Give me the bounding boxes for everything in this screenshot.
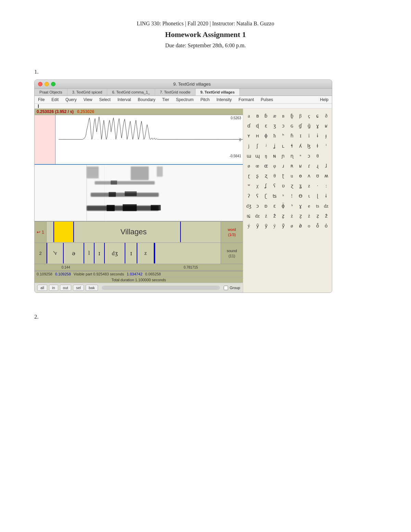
ipa-theta[interactable]: θ	[314, 151, 322, 161]
ipa-ts2[interactable]: ts	[314, 201, 322, 211]
close-button[interactable]	[38, 82, 42, 86]
menu-pulses[interactable]: Pulses	[257, 96, 276, 103]
ipa-g-imp[interactable]: ɠ	[297, 121, 304, 131]
ipa-h-pharyn[interactable]: ħ	[271, 131, 278, 140]
ipa-B2[interactable]: в	[279, 111, 287, 121]
ipa-y-macron2[interactable]: ȳ̃	[279, 221, 287, 231]
tier1-content[interactable]: Villages	[47, 222, 221, 242]
ipa-j-curl[interactable]: ʝ	[271, 141, 278, 151]
btn-bak[interactable]: bak	[86, 285, 98, 291]
ipa-e-rev[interactable]: ɛ	[271, 201, 278, 211]
ipa-R2[interactable]: ʀ	[288, 161, 296, 171]
menu-interval[interactable]: Interval	[114, 96, 134, 103]
ipa-c-curl[interactable]: ɕ	[314, 111, 322, 121]
tier2-cell-1[interactable]: ə	[64, 243, 84, 263]
ipa-o-open[interactable]: ɔ	[305, 151, 313, 161]
tier2-cell-5[interactable]: ɪ	[125, 243, 137, 263]
menu-select[interactable]: Select	[96, 96, 114, 103]
ipa-phi2[interactable]: φ	[271, 161, 278, 171]
tab-textgrid-comma[interactable]: 6. TextGrid comma_1_	[107, 89, 155, 96]
tab-textgrid-spiced[interactable]: 3. TextGrid spiced	[67, 89, 108, 96]
tier2-content[interactable]: 'v ə l ɪ dʒ ɪ z	[47, 243, 221, 263]
ipa-z-dot3[interactable]: ż	[305, 211, 313, 221]
tier2-cell-6[interactable]: z	[137, 243, 154, 263]
ipa-l-palat[interactable]: ʎ	[297, 141, 304, 151]
ipa-n-palat[interactable]: ɲ	[279, 151, 287, 161]
ipa-dz4[interactable]: dz	[253, 211, 261, 221]
tier2-cell-4[interactable]: dʒ	[105, 243, 125, 263]
ipa-l-vert[interactable]: ɩ	[305, 191, 313, 201]
ipa-i-bar[interactable]: ɨ	[314, 131, 322, 140]
menu-view[interactable]: View	[80, 96, 96, 103]
ipa-phi[interactable]: ɸ	[262, 131, 270, 140]
group-checkbox[interactable]	[224, 286, 228, 290]
ipa-l-ezh[interactable]: ɮ	[305, 141, 313, 151]
ipa-chi[interactable]: ʁ	[297, 161, 304, 171]
tier2-cell-3[interactable]: ɪ	[95, 243, 105, 263]
ipa-r-ret2[interactable]: ɽ	[245, 171, 253, 181]
ipa-y-macron[interactable]: ȳ	[262, 221, 270, 231]
menu-boundary[interactable]: Boundary	[134, 96, 159, 103]
ipa-esh[interactable]: ʃ	[253, 141, 261, 151]
ipa-j-bar[interactable]: ɟ	[322, 131, 330, 140]
ipa-o-vert[interactable]: o̍	[322, 221, 330, 231]
menu-formant[interactable]: Formant	[235, 96, 258, 103]
ipa-rev-glottal[interactable]: ʕ	[253, 191, 261, 201]
ipa-OE[interactable]: ɶ	[262, 161, 270, 171]
menu-intensity[interactable]: Intensity	[213, 96, 235, 103]
ipa-j[interactable]: j	[245, 141, 253, 151]
ipa-oe[interactable]: œ	[253, 161, 261, 171]
menu-query[interactable]: Query	[62, 96, 80, 103]
ipa-b-creak[interactable]: ɓ̰	[288, 111, 296, 121]
ipa-z[interactable]: z	[305, 181, 313, 190]
ipa-r-flap[interactable]: ɾ	[305, 161, 313, 171]
menu-pitch[interactable]: Pitch	[197, 96, 213, 103]
ipa-tc[interactable]: tɕ	[245, 211, 253, 221]
ipa-y-dier[interactable]: ÿ	[271, 221, 278, 231]
ipa-u[interactable]: u	[288, 171, 296, 181]
btn-sel[interactable]: sel	[73, 285, 84, 291]
ipa-d-ret[interactable]: ɖ	[253, 121, 261, 131]
ipa-turned-m[interactable]: ɯ	[245, 151, 253, 161]
scrollbar[interactable]	[102, 286, 220, 290]
ipa-l-imp[interactable]: ʆ	[262, 181, 270, 190]
ipa-dz2[interactable]: dʒ	[245, 201, 253, 211]
ipa-Y[interactable]: ʏ	[245, 131, 253, 140]
ipa-z-dot4[interactable]: ẓ	[314, 211, 322, 221]
ipa-eng[interactable]: ŋ	[262, 151, 270, 161]
btn-all[interactable]: all	[37, 285, 47, 291]
ipa-z-bar[interactable]: ẕ	[297, 211, 304, 221]
menu-help[interactable]: Help	[316, 96, 332, 103]
ipa-hj[interactable]: ɦ	[288, 131, 296, 140]
ipa-I[interactable]: ɪ	[297, 131, 304, 140]
ipa-n-sup[interactable]: ⁿ	[297, 151, 304, 161]
tab-textgrid-villages[interactable]: 9. TextGrid villages	[196, 89, 240, 96]
ipa-R-uvular[interactable]: ʁ	[322, 121, 330, 131]
ipa-o3[interactable]: o	[305, 221, 313, 231]
ipa-z-hat[interactable]: ẑ	[271, 211, 278, 221]
ipa-l-belt[interactable]: ɬ	[288, 141, 296, 151]
ipa-z-ret[interactable]: ʐ	[262, 171, 270, 181]
ipa-o-bar[interactable]: ɵ	[297, 171, 304, 181]
ipa-ezh[interactable]: ʒ	[271, 121, 278, 131]
menu-spectrum[interactable]: Spectrum	[173, 96, 197, 103]
ipa-click[interactable]: ʗ	[262, 191, 270, 201]
menu-tier[interactable]: Tier	[159, 96, 173, 103]
waveform-panel[interactable]: 0.5263 0 -0.5641	[35, 115, 243, 165]
ipa-dz3[interactable]: dz	[322, 201, 330, 211]
ipa-w-sup[interactable]: ʷ	[245, 181, 253, 190]
ipa-b-imp[interactable]: ɓ	[262, 111, 270, 121]
ipa-r-lat[interactable]: ɺ	[322, 161, 330, 171]
ipa-l-mid[interactable]: ɫ	[314, 141, 322, 151]
tier2-cell-2[interactable]: l	[84, 243, 95, 263]
ipa-s-ret[interactable]: ʂ	[253, 171, 261, 181]
ipa-gamma[interactable]: ɣ	[314, 121, 322, 131]
ipa-U[interactable]: ʊ	[314, 171, 322, 181]
ipa-N[interactable]: ɴ	[271, 151, 278, 161]
spectrogram-panel[interactable]: 10⁴ Hz 0 Hz	[35, 165, 243, 221]
ipa-n-ret[interactable]: ɳ	[288, 151, 296, 161]
ipa-l-ret[interactable]: ɭ	[314, 191, 322, 201]
ipa-L[interactable]: ʟ	[279, 141, 287, 151]
ipa-j-sup[interactable]: ʲ	[262, 141, 270, 151]
ipa-d-imp[interactable]: ɗ	[245, 121, 253, 131]
